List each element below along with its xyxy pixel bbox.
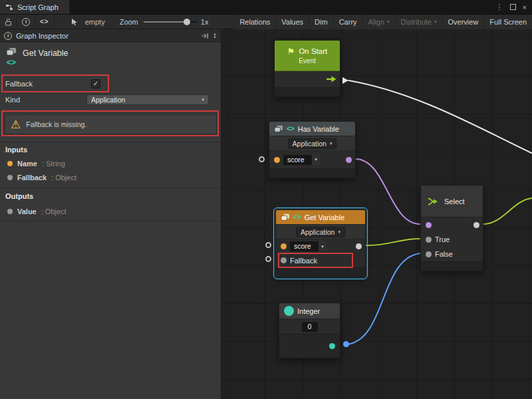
warning-message: Fallback is missing. [26,120,86,128]
node-footer [276,267,365,277]
string-port-icon [281,243,287,249]
bool-output-port[interactable] [346,157,352,163]
node-title: Has Variable [298,125,339,133]
integer-output-port[interactable] [329,343,335,349]
toolbar-button-values[interactable]: Values [275,15,309,29]
variable-name-field[interactable]: score ▾ [283,155,320,165]
maximize-icon[interactable] [510,4,516,10]
scroll-down-icon[interactable]: ▼ [213,36,217,39]
node-header[interactable]: Integer [279,303,340,319]
output-port-row-value: Value : Object [7,207,66,216]
chevron-down-icon: ▾ [338,229,340,235]
value-output-port[interactable] [356,243,362,249]
inspector-title: Graph Inspector [16,32,68,40]
node-body [275,71,340,87]
chevron-down-icon: ▾ [330,141,332,146]
inspect-toggle-button[interactable]: i [17,15,35,29]
condition-input-port[interactable] [426,222,432,228]
main-area: i Graph Inspector ▲ ▼ [0,29,532,399]
toolbar-button-distribute[interactable]: Distribute▾ [395,15,442,29]
pointer-tool-icon [66,15,82,29]
wire-select-output[interactable] [483,198,531,224]
code-preview-button[interactable]: <> [35,15,54,29]
node-on-start[interactable]: ⚑ On Start Event [274,40,340,97]
toolbar-button-relations[interactable]: Relations [233,15,275,29]
true-input-port[interactable] [426,237,432,243]
tab-script-graph[interactable]: Script Graph [0,0,70,14]
toolbar-button-overview[interactable]: Overview [442,15,484,29]
zoom-slider[interactable] [144,18,197,26]
port-name: Name [17,160,37,168]
port-name: Fallback [17,174,47,182]
inputs-section-header: Inputs [5,146,27,154]
chevron-down-icon: ▾ [434,19,437,25]
wire-getvariable-to-select-true[interactable] [366,239,420,245]
get-variable-name-input-port[interactable] [265,242,271,248]
lock-icon[interactable] [0,15,17,29]
variables-icon [274,125,283,133]
close-icon[interactable]: × [523,3,527,11]
graph-canvas[interactable]: ⚑ On Start Event [221,29,532,399]
fallback-port-label: Fallback [290,257,317,265]
titlebar: Script Graph ⋮ × [0,0,532,15]
toolbar-button-fullscreen[interactable]: Full Screen [483,15,532,29]
scope-dropdown[interactable]: Application ▾ [288,138,337,149]
toolbar-button-align[interactable]: Align▾ [362,15,395,29]
code-icon: <> [293,214,301,221]
scope-dropdown[interactable]: Application ▾ [296,227,345,237]
get-variable-fallback-input-port[interactable] [265,256,271,262]
dock-icon[interactable] [201,33,209,39]
node-get-variable[interactable]: <> Get Variable Application ▾ score ▾ [275,209,366,277]
integer-output-connection-port[interactable] [343,341,349,347]
code-icon: <> [287,126,295,132]
fallback-checkbox[interactable]: ✓ [91,79,100,88]
node-has-variable[interactable]: <> Has Variable Application ▾ score ▾ [269,121,356,178]
select-icon [428,197,439,206]
button-label: Full Screen [489,18,527,26]
divider [0,188,221,188]
node-header[interactable]: ⚑ On Start Event [275,41,340,71]
wire-flow-onstart[interactable] [348,80,531,153]
node-integer[interactable]: Integer 0 [279,303,340,358]
true-port-label: True [435,235,450,243]
node-subtitle: Event [280,57,334,65]
false-input-port[interactable] [426,251,432,257]
toolbar-button-carry[interactable]: Carry [333,15,362,29]
scope-row: Application ▾ [269,136,355,151]
node-title: On Start [299,47,327,55]
chevron-down-icon: ▾ [318,241,327,251]
node-select[interactable]: Select True False [420,185,483,271]
scroll-arrows[interactable]: ▲ ▼ [213,33,217,39]
variable-name-value: score [283,155,311,165]
inspector-header-controls: ▲ ▼ [201,33,217,39]
node-footer [279,334,340,358]
zoom-slider-fill [144,21,186,23]
selection-output-port[interactable] [473,222,479,228]
zoom-slider-handle[interactable] [184,19,190,25]
node-title: Integer [297,307,320,315]
scope-row: Application ▾ [276,225,365,239]
node-header[interactable]: <> Get Variable [276,210,365,225]
fallback-field-row: Fallback ✓ [5,76,214,91]
node-header[interactable]: Select [421,186,483,217]
variable-name-field[interactable]: score ▾ [290,241,327,251]
window-controls: ⋮ × [496,0,532,14]
kind-dropdown[interactable]: Application ▾ [86,94,209,105]
window-menu-icon[interactable]: ⋮ [496,3,503,11]
node-header[interactable]: <> Has Variable [269,122,355,136]
object-port-icon [7,175,13,180]
flow-output-port[interactable] [327,76,336,84]
has-variable-name-input-port[interactable] [259,156,265,162]
variable-name-value: score [290,241,318,251]
toolbar-button-dim[interactable]: Dim [309,15,333,29]
button-label: Distribute [401,18,432,26]
string-port-icon [7,161,13,166]
name-port-row: score ▾ [276,239,365,253]
flow-connection-arrow[interactable] [342,77,348,84]
divider [0,221,221,221]
check-icon: ✓ [93,80,98,87]
node-footer [275,87,340,96]
zoom-value: 1x [201,18,209,26]
unit-title: Get Variable [23,49,68,58]
integer-value-field[interactable]: 0 [302,322,318,332]
